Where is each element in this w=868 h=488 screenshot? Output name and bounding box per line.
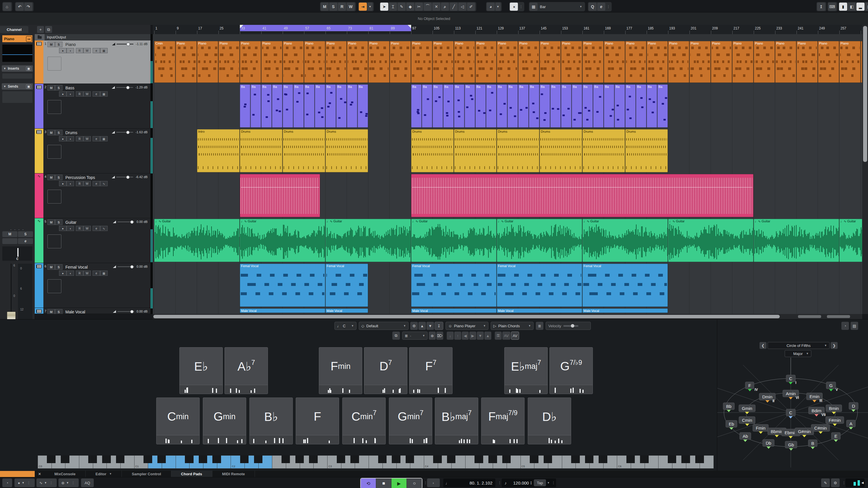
clip-drums[interactable]: Drums [625, 129, 668, 172]
channel-blank-button[interactable] [2, 238, 18, 244]
clip-vocal[interactable]: Femal Vocal [240, 264, 325, 307]
black-key[interactable] [281, 455, 290, 463]
draw-tool-icon[interactable]: ✎ [398, 3, 406, 11]
clip-bass[interactable]: Ba [251, 85, 261, 128]
circle-chord-a[interactable]: A [846, 420, 856, 427]
clip-bass[interactable]: Ba [347, 85, 357, 128]
horizontal-scroll-thumb[interactable] [153, 315, 780, 318]
black-key[interactable] [530, 455, 538, 463]
track-picture[interactable] [48, 190, 61, 203]
clip-piano[interactable]: Piano [518, 41, 539, 83]
chord-pad-Gmin[interactable]: Gmin [203, 397, 246, 444]
black-key[interactable] [212, 455, 221, 463]
track-volume[interactable]: -1.29 dB [112, 86, 148, 89]
clip-guitar[interactable]: ♩∿ Guitar [240, 219, 325, 262]
track-mute-button[interactable]: M [48, 85, 55, 91]
volume-slider[interactable] [116, 87, 133, 88]
right-zone-toggle-icon[interactable]: ◨ [865, 3, 868, 11]
clip-guitar[interactable]: ♩∿ Guitar [839, 219, 862, 262]
track-solo-button[interactable]: S [55, 264, 62, 270]
circle-chord-gmin[interactable]: Gmin [739, 405, 755, 412]
track-write-button[interactable]: W [83, 91, 91, 97]
track-monitor-icon[interactable]: ◖ [66, 91, 74, 97]
clip-piano[interactable]: Piano [497, 41, 518, 83]
clip-bass[interactable]: Ba [465, 85, 475, 128]
line-tool-icon[interactable]: ╱ [450, 3, 458, 11]
snap-options-icon[interactable]: ⋮ [519, 5, 523, 9]
clip-vocal[interactable]: Femal Vocal [411, 264, 496, 307]
track-monitor-icon[interactable]: ◖ [66, 48, 74, 53]
clip-bass[interactable]: Ba [443, 85, 454, 128]
clip-piano[interactable]: Piano [797, 41, 818, 83]
color-tool-icon[interactable]: ◕ [487, 3, 495, 11]
clip-piano[interactable]: Piano [754, 41, 775, 83]
left-panel-toggle-icon[interactable]: ◧ [848, 3, 856, 11]
track-picture[interactable] [48, 100, 61, 114]
black-key[interactable] [350, 455, 359, 463]
track-edit-icon[interactable]: e [93, 91, 100, 97]
pan-control[interactable]: C [2, 246, 32, 261]
black-key[interactable] [185, 455, 193, 463]
pads-view-icon[interactable]: ⧉ [392, 332, 400, 340]
track-record-icon[interactable]: ● [59, 226, 66, 231]
zoom-v-slider[interactable] [827, 315, 850, 318]
chord-pad-Db[interactable]: D♭ [528, 397, 571, 444]
black-key[interactable] [681, 455, 690, 463]
circle-chord-bb[interactable]: Bb [723, 403, 735, 410]
tab-chord-pads[interactable]: Chord Pads [171, 470, 212, 477]
timeline-ruler[interactable]: 1917253341495765738189971051131211291371… [153, 25, 862, 34]
assign-pad-icon[interactable]: ⊛ [429, 332, 436, 340]
circle-chord-fsmin[interactable]: F#min [826, 417, 844, 424]
clip-bass[interactable]: Ba [411, 85, 422, 128]
audio-quantize-button[interactable]: AQ [81, 479, 94, 487]
object-selection-tool-icon[interactable]: ➤ [380, 3, 388, 11]
black-key[interactable] [47, 455, 56, 463]
clip-piano[interactable]: Piano [647, 41, 668, 83]
close-bottom-zone-icon[interactable]: ✕ [35, 472, 44, 476]
track-mute-button[interactable]: M [48, 264, 55, 270]
inserts-collapse-icon[interactable]: ▼ [3, 67, 6, 70]
zoom-h-slider[interactable] [798, 315, 821, 318]
clip-piano[interactable]: Piano [839, 41, 861, 83]
clip-vocal[interactable]: Male Vocal [582, 308, 668, 313]
erase-tool-icon[interactable]: ◆ [406, 3, 414, 11]
track-volume[interactable]: 0.00 dB [113, 220, 148, 224]
clip-bass[interactable]: Ba [582, 85, 593, 128]
piano-keyboard[interactable]: C0C1C2C3C4C5C6 [38, 455, 713, 468]
clip-piano[interactable]: Piano [711, 41, 732, 83]
track-picture[interactable] [48, 57, 61, 70]
clip-bass[interactable]: Ba [326, 85, 336, 128]
chord-pads-settings-icon[interactable]: ⚙ [410, 322, 418, 330]
settings-gear-icon[interactable]: ⚙ [831, 479, 840, 487]
clip-bass[interactable]: Ba [433, 85, 443, 128]
clip-bass[interactable]: Ba [486, 85, 496, 128]
track-header-drums[interactable]: 3MSDrums-1.63 dB●◖RWe▦ [35, 129, 151, 173]
circle-chord-c[interactable]: C [786, 375, 796, 382]
track-edit-icon[interactable]: e [93, 48, 100, 53]
shift-left-icon[interactable]: ◀ [462, 332, 469, 340]
track-write-button[interactable]: W [83, 136, 91, 141]
clip-piano[interactable]: Piano [390, 41, 411, 83]
voicing-sliders-icon[interactable]: ≣ [536, 322, 544, 330]
play-tool-icon[interactable]: ◁ [458, 3, 466, 11]
split-tool-icon[interactable]: ✂ [415, 3, 423, 11]
chord-pad-Fmin[interactable]: Fmin [319, 347, 362, 394]
track-record-icon[interactable]: ● [59, 48, 66, 53]
chord-pad-Fmaj7b9[interactable]: Fmaj7/9 [481, 397, 525, 444]
chord-pad-Ebmaj7[interactable]: E♭maj7 [504, 347, 548, 394]
volume-slider[interactable] [118, 266, 134, 267]
clip-perc[interactable] [411, 174, 753, 217]
clip-piano[interactable]: Piano [368, 41, 390, 83]
edit-indicator-icon[interactable]: ✎ [821, 479, 830, 487]
position-value[interactable]: 80. 1. 2.102 [452, 481, 495, 485]
clip-bass[interactable]: Ba [529, 85, 539, 128]
clip-bass[interactable]: Ba [315, 85, 325, 128]
meter-collapse-icon[interactable]: ◀ [861, 481, 864, 484]
clip-bass[interactable]: Ba [647, 85, 657, 128]
chord-pad-Cmin7[interactable]: Cmin7 [342, 397, 386, 444]
clip-guitar[interactable]: ♩∿ Guitar [754, 219, 839, 262]
volume-knob[interactable] [126, 42, 130, 46]
black-key[interactable] [144, 455, 152, 463]
clip-guitar[interactable]: ♩∿ Guitar [326, 219, 411, 262]
volume-slider[interactable] [116, 176, 133, 177]
